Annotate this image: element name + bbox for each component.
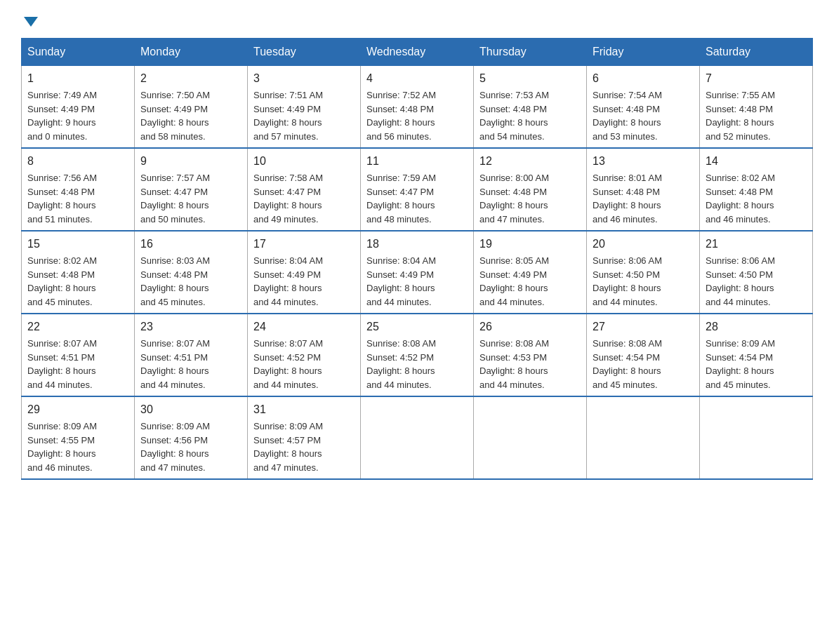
day-daylight: Daylight: 8 hours [593,283,661,293]
day-daylight-cont: and 45 minutes. [27,297,93,307]
day-daylight: Daylight: 9 hours [27,117,96,128]
day-daylight-cont: and 44 minutes. [479,380,545,390]
day-number: 12 [479,153,581,170]
day-sunset: Sunset: 4:52 PM [366,352,434,363]
day-daylight: Daylight: 8 hours [366,117,435,128]
logo [21,14,38,24]
day-sunrise: Sunrise: 8:02 AM [706,173,775,183]
day-number: 1 [27,70,128,87]
day-sunrise: Sunrise: 7:57 AM [140,173,210,183]
day-cell: 30 Sunrise: 8:09 AM Sunset: 4:56 PM Dayl… [135,396,248,479]
day-daylight-cont: and 46 minutes. [706,214,771,224]
day-cell: 15 Sunrise: 8:02 AM Sunset: 4:48 PM Dayl… [22,231,135,314]
day-daylight: Daylight: 8 hours [27,365,96,376]
day-number: 5 [479,70,581,87]
day-daylight: Daylight: 8 hours [593,365,661,376]
day-cell: 27 Sunrise: 8:08 AM Sunset: 4:54 PM Dayl… [587,314,700,396]
col-header-tuesday: Tuesday [248,39,361,66]
day-number: 19 [479,236,581,253]
day-cell: 20 Sunrise: 8:06 AM Sunset: 4:50 PM Dayl… [587,231,700,314]
day-sunrise: Sunrise: 8:09 AM [27,421,97,431]
day-cell: 24 Sunrise: 8:07 AM Sunset: 4:52 PM Dayl… [248,314,361,396]
day-sunset: Sunset: 4:48 PM [140,269,208,280]
day-sunset: Sunset: 4:48 PM [479,104,547,114]
day-number: 26 [479,318,581,335]
day-cell [474,396,587,479]
day-cell [361,396,474,479]
day-cell: 6 Sunrise: 7:54 AM Sunset: 4:48 PM Dayli… [587,66,700,149]
day-daylight: Daylight: 8 hours [140,200,209,210]
day-cell: 25 Sunrise: 8:08 AM Sunset: 4:52 PM Dayl… [361,314,474,396]
day-daylight-cont: and 44 minutes. [366,297,432,307]
day-sunset: Sunset: 4:48 PM [706,187,773,197]
day-sunrise: Sunrise: 8:09 AM [140,421,210,431]
day-daylight: Daylight: 8 hours [706,117,774,128]
day-daylight: Daylight: 8 hours [479,117,548,128]
day-cell: 26 Sunrise: 8:08 AM Sunset: 4:53 PM Dayl… [474,314,587,396]
day-cell [587,396,700,479]
day-daylight: Daylight: 8 hours [593,200,661,210]
day-daylight-cont: and 53 minutes. [593,131,658,142]
day-sunrise: Sunrise: 7:59 AM [366,173,436,183]
logo-arrow-icon [24,17,38,27]
day-sunrise: Sunrise: 7:52 AM [366,90,436,100]
day-cell: 12 Sunrise: 8:00 AM Sunset: 4:48 PM Dayl… [474,148,587,231]
day-daylight: Daylight: 8 hours [366,200,435,210]
day-cell: 31 Sunrise: 8:09 AM Sunset: 4:57 PM Dayl… [248,396,361,479]
day-daylight: Daylight: 8 hours [27,200,96,210]
day-cell: 1 Sunrise: 7:49 AM Sunset: 4:49 PM Dayli… [22,66,135,149]
day-number: 17 [253,236,355,253]
day-sunrise: Sunrise: 8:08 AM [593,338,662,349]
day-number: 29 [27,401,128,418]
day-daylight: Daylight: 8 hours [140,365,209,376]
day-sunset: Sunset: 4:48 PM [366,104,434,114]
day-sunrise: Sunrise: 7:58 AM [253,173,323,183]
day-daylight: Daylight: 8 hours [140,117,209,128]
day-cell: 28 Sunrise: 8:09 AM Sunset: 4:54 PM Dayl… [700,314,813,396]
day-daylight-cont: and 44 minutes. [253,297,319,307]
day-sunset: Sunset: 4:47 PM [253,187,321,197]
day-sunset: Sunset: 4:48 PM [479,187,547,197]
day-sunrise: Sunrise: 8:05 AM [479,255,549,266]
day-number: 24 [253,318,355,335]
day-sunset: Sunset: 4:49 PM [140,104,208,114]
day-number: 4 [366,70,468,87]
day-number: 15 [27,236,128,253]
day-sunset: Sunset: 4:48 PM [593,104,660,114]
day-sunset: Sunset: 4:49 PM [27,104,95,114]
day-sunset: Sunset: 4:56 PM [140,435,208,445]
day-daylight-cont: and 49 minutes. [253,214,319,224]
day-daylight-cont: and 44 minutes. [27,380,93,390]
day-sunrise: Sunrise: 8:09 AM [706,338,775,349]
day-daylight: Daylight: 8 hours [27,283,96,293]
day-sunset: Sunset: 4:57 PM [253,435,321,445]
day-cell: 18 Sunrise: 8:04 AM Sunset: 4:49 PM Dayl… [361,231,474,314]
day-number: 13 [593,153,694,170]
day-daylight-cont: and 57 minutes. [253,131,319,142]
day-daylight: Daylight: 8 hours [479,283,548,293]
day-sunset: Sunset: 4:48 PM [27,269,95,280]
day-daylight: Daylight: 8 hours [140,283,209,293]
day-sunrise: Sunrise: 8:09 AM [253,421,323,431]
day-sunset: Sunset: 4:47 PM [140,187,208,197]
day-daylight: Daylight: 8 hours [479,200,548,210]
day-daylight-cont: and 48 minutes. [366,214,432,224]
day-sunset: Sunset: 4:51 PM [140,352,208,363]
day-cell: 11 Sunrise: 7:59 AM Sunset: 4:47 PM Dayl… [361,148,474,231]
day-cell: 23 Sunrise: 8:07 AM Sunset: 4:51 PM Dayl… [135,314,248,396]
day-daylight-cont: and 44 minutes. [253,380,319,390]
week-row-1: 1 Sunrise: 7:49 AM Sunset: 4:49 PM Dayli… [22,66,813,149]
day-daylight-cont: and 47 minutes. [479,214,545,224]
day-number: 31 [253,401,355,418]
day-sunset: Sunset: 4:49 PM [479,269,547,280]
col-header-friday: Friday [587,39,700,66]
day-number: 21 [706,236,807,253]
day-number: 9 [140,153,241,170]
day-cell: 5 Sunrise: 7:53 AM Sunset: 4:48 PM Dayli… [474,66,587,149]
day-cell: 9 Sunrise: 7:57 AM Sunset: 4:47 PM Dayli… [135,148,248,231]
day-sunrise: Sunrise: 8:02 AM [27,255,97,266]
day-sunrise: Sunrise: 8:00 AM [479,173,549,183]
day-cell: 8 Sunrise: 7:56 AM Sunset: 4:48 PM Dayli… [22,148,135,231]
day-sunrise: Sunrise: 7:51 AM [253,90,323,100]
day-daylight: Daylight: 8 hours [366,365,435,376]
